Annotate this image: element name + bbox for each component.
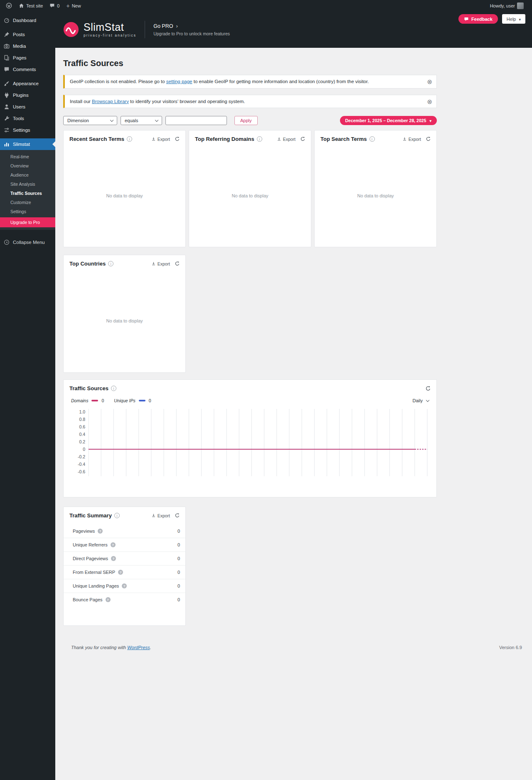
filter-bar: Dimension equals Apply December 1, 2025 … <box>63 116 437 125</box>
feedback-button[interactable]: Feedback <box>458 14 498 24</box>
export-button[interactable]: Export <box>151 261 170 266</box>
sidebar-item-tools[interactable]: Tools <box>0 113 55 124</box>
table-row: Bounce Pages 0 <box>64 593 185 606</box>
no-data-label: No data to display <box>232 193 268 198</box>
new-label: New <box>72 3 81 8</box>
download-icon <box>151 261 156 266</box>
wordpress-logo-icon[interactable] <box>2 0 15 11</box>
sidebar-item-dashboard[interactable]: Dashboard <box>0 15 55 26</box>
submenu-site-analysis[interactable]: Site Analysis <box>0 180 55 189</box>
info-icon[interactable] <box>369 136 375 142</box>
plus-icon <box>66 3 69 9</box>
sidebar-item-users[interactable]: Users <box>0 101 55 113</box>
export-button[interactable]: Export <box>151 137 170 142</box>
slimstat-logo[interactable]: SlimStat privacy-first analytics <box>63 22 136 37</box>
notice-browscap: Install our Browscap Library to identify… <box>63 95 437 108</box>
submenu-audience[interactable]: Audience <box>0 170 55 180</box>
new-content-button[interactable]: New <box>63 0 84 11</box>
plug-icon <box>4 92 10 98</box>
no-data-label: No data to display <box>106 193 143 198</box>
browscap-library-link[interactable]: Browscap Library <box>92 99 129 104</box>
chevron-right-icon <box>176 23 177 29</box>
operator-select[interactable]: equals <box>121 116 162 125</box>
legend-unique-ips[interactable]: Unique IPs 0 <box>114 398 151 403</box>
apply-button[interactable]: Apply <box>234 116 258 125</box>
site-name-link[interactable]: Test site <box>15 0 46 11</box>
footer-version: Version 6.9 <box>499 645 522 650</box>
comments-icon <box>4 66 10 72</box>
info-icon[interactable] <box>257 136 262 142</box>
submenu-settings[interactable]: Settings <box>0 207 55 216</box>
sidebar-item-posts[interactable]: Posts <box>0 29 55 40</box>
row-value: 0 <box>177 556 180 561</box>
export-button[interactable]: Export <box>277 137 296 142</box>
date-range-button[interactable]: December 1, 2025 – December 28, 2025 <box>340 116 437 125</box>
sidebar-item-media[interactable]: Media <box>0 40 55 52</box>
refresh-icon[interactable] <box>426 136 431 142</box>
logo-subtitle: privacy-first analytics <box>84 33 136 37</box>
submenu-real-time[interactable]: Real-time <box>0 152 55 161</box>
info-icon[interactable] <box>111 386 116 391</box>
submenu-customize[interactable]: Customize <box>0 198 55 207</box>
download-icon <box>277 137 281 141</box>
legend-swatch-domains <box>91 400 98 401</box>
howdy-user-menu[interactable]: Howdy, user <box>487 0 527 11</box>
filter-value-input[interactable] <box>165 116 227 125</box>
svg-text:0.4: 0.4 <box>79 432 85 437</box>
setting-page-link[interactable]: setting page <box>166 79 192 84</box>
sidebar-item-plugins[interactable]: Plugins <box>0 89 55 101</box>
info-icon[interactable] <box>114 513 120 518</box>
go-pro-link[interactable]: Go PRO Upgrade to Pro to unlock more fea… <box>153 23 230 36</box>
feedback-bubble-icon <box>464 17 469 22</box>
submenu-upgrade-to-pro[interactable]: Upgrade to Pro <box>0 217 55 227</box>
help-question-icon[interactable] <box>98 529 103 534</box>
help-question-icon[interactable] <box>106 597 111 602</box>
help-button[interactable]: Help <box>502 14 525 24</box>
sidebar-item-appearance[interactable]: Appearance <box>0 78 55 89</box>
traffic-sources-chart-panel: Traffic Sources Domains 0 <box>63 379 437 497</box>
sidebar-item-settings[interactable]: Settings <box>0 124 55 136</box>
page-title: Traffic Sources <box>63 59 437 68</box>
home-icon <box>19 3 24 8</box>
export-button[interactable]: Export <box>402 137 421 142</box>
top-referring-domains-panel: Top Referring Domains Export <box>189 130 311 247</box>
interval-select[interactable]: Daily <box>413 398 429 403</box>
help-question-icon[interactable] <box>122 583 127 588</box>
table-row: Pageviews 0 <box>64 524 185 538</box>
collapse-menu-button[interactable]: Collapse Menu <box>0 236 55 248</box>
sidebar-item-pages[interactable]: Pages <box>0 52 55 64</box>
refresh-icon[interactable] <box>175 261 180 266</box>
refresh-icon[interactable] <box>425 386 431 391</box>
legend-domains[interactable]: Domains 0 <box>71 398 104 403</box>
dismiss-notice-icon[interactable] <box>426 79 433 85</box>
traffic-summary-table: Pageviews 0 Unique Referrers 0 Direct Pa… <box>64 524 185 606</box>
info-icon[interactable] <box>127 136 132 142</box>
go-pro-subtitle: Upgrade to Pro to unlock more features <box>153 31 230 36</box>
dimension-select[interactable]: Dimension <box>63 116 117 125</box>
submenu-overview[interactable]: Overview <box>0 161 55 170</box>
help-question-icon[interactable] <box>118 570 123 575</box>
sidebar-item-comments[interactable]: Comments <box>0 64 55 75</box>
wordpress-link[interactable]: WordPress <box>127 645 150 650</box>
export-button[interactable]: Export <box>151 513 170 518</box>
sidebar-item-slimstat[interactable]: Slimstat <box>0 138 55 150</box>
comments-link[interactable]: 0 <box>46 0 63 11</box>
help-question-icon[interactable] <box>111 542 116 547</box>
collapse-arrow-icon <box>4 239 10 245</box>
help-question-icon[interactable] <box>111 556 116 561</box>
panel-title: Traffic Sources <box>69 385 108 391</box>
submenu-traffic-sources[interactable]: Traffic Sources <box>0 189 55 198</box>
refresh-icon[interactable] <box>300 136 305 142</box>
slimstat-header: SlimStat privacy-first analytics Go PRO … <box>55 11 532 48</box>
panel-title: Recent Search Terms <box>69 136 124 142</box>
comment-bubble-icon <box>49 3 55 8</box>
refresh-icon[interactable] <box>175 513 180 518</box>
refresh-icon[interactable] <box>175 136 180 142</box>
info-icon[interactable] <box>108 261 113 266</box>
chevron-down-icon <box>426 399 429 402</box>
svg-text:0: 0 <box>83 447 85 452</box>
legend-swatch-unique-ips <box>139 400 145 401</box>
footer-thanks: Thank you for creating with WordPress. <box>71 645 151 650</box>
dismiss-notice-icon[interactable] <box>426 98 433 105</box>
admin-sidebar: Dashboard Posts Media Pages Comments App… <box>0 11 55 780</box>
